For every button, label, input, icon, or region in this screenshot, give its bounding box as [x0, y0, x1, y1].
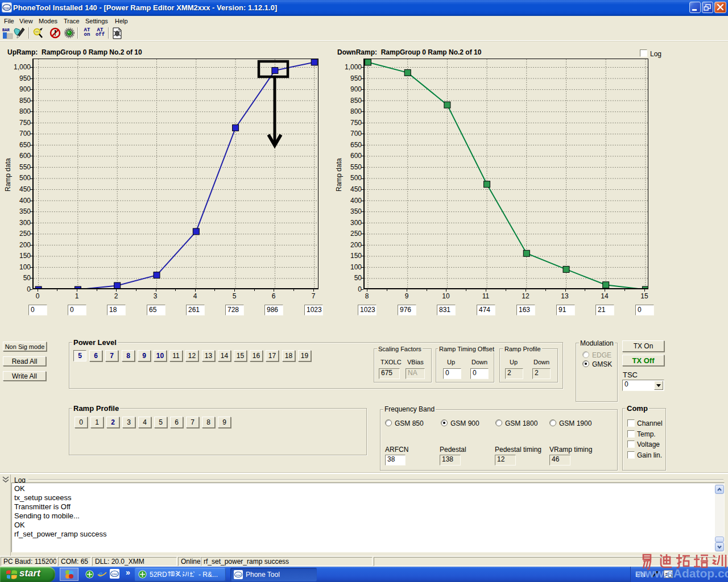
svg-text:intel: intel [235, 573, 241, 577]
svg-text:e: e [98, 569, 102, 579]
svg-text:intel: intel [3, 6, 10, 10]
svg-text:intel: intel [111, 572, 118, 576]
svg-text:BAR: BAR [2, 28, 10, 32]
